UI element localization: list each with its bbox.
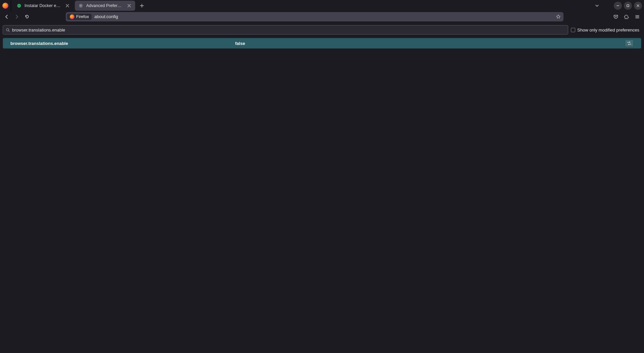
- window-minimize-button[interactable]: [614, 2, 622, 10]
- aboutconfig-content: Show only modified preferences browser.t…: [0, 22, 644, 353]
- close-icon[interactable]: [65, 3, 70, 8]
- bookmark-star-button[interactable]: [554, 13, 562, 21]
- svg-rect-3: [627, 5, 629, 7]
- svg-point-2: [80, 5, 82, 6]
- firefox-logo-icon: [2, 3, 8, 9]
- url-text: about:config: [94, 14, 554, 19]
- search-row: Show only modified preferences: [3, 25, 641, 35]
- navbar-right: [611, 12, 642, 21]
- pref-value: false: [235, 41, 625, 46]
- navbar: Firefox about:config: [0, 11, 644, 22]
- tab-advanced-preferences[interactable]: Advanced Preferences: [75, 1, 135, 11]
- close-icon[interactable]: [126, 3, 132, 8]
- show-only-modified-checkbox[interactable]: Show only modified preferences: [571, 27, 641, 33]
- window-maximize-button[interactable]: [624, 2, 632, 10]
- urlbar[interactable]: Firefox about:config: [66, 12, 564, 21]
- firefox-logo-icon: [70, 14, 74, 19]
- titlebar-right: [592, 1, 644, 10]
- globe-green-icon: [16, 3, 22, 8]
- checkbox-box-icon: [571, 28, 575, 32]
- extensions-button[interactable]: [622, 12, 631, 21]
- identity-box[interactable]: Firefox: [67, 14, 92, 20]
- identity-label: Firefox: [76, 14, 89, 19]
- search-input[interactable]: [12, 27, 565, 33]
- search-icon: [6, 28, 10, 32]
- list-all-tabs-button[interactable]: [592, 1, 602, 10]
- app-menu-button[interactable]: [633, 12, 642, 21]
- reload-button[interactable]: [22, 12, 32, 21]
- back-button[interactable]: [2, 12, 11, 21]
- checkbox-label: Show only modified preferences: [577, 27, 639, 33]
- search-box[interactable]: [3, 25, 568, 35]
- gear-icon: [78, 3, 84, 8]
- tab-title: Instalar Docker en Ubunt: [24, 3, 62, 8]
- tab-docker-install[interactable]: Instalar Docker en Ubunt: [13, 1, 73, 11]
- tabstrip: Instalar Docker en Ubunt Advanced Prefer…: [11, 0, 592, 11]
- app-firefox-icon[interactable]: [0, 0, 11, 11]
- window-close-button[interactable]: [634, 2, 642, 10]
- toggle-pref-button[interactable]: [625, 40, 634, 47]
- pref-row[interactable]: browser.translations.enable false: [3, 38, 641, 49]
- titlebar: Instalar Docker en Ubunt Advanced Prefer…: [0, 0, 644, 11]
- forward-button[interactable]: [12, 12, 21, 21]
- tab-title: Advanced Preferences: [86, 3, 124, 8]
- save-to-pocket-button[interactable]: [611, 12, 621, 21]
- pref-name: browser.translations.enable: [10, 41, 235, 46]
- new-tab-button[interactable]: [137, 1, 147, 10]
